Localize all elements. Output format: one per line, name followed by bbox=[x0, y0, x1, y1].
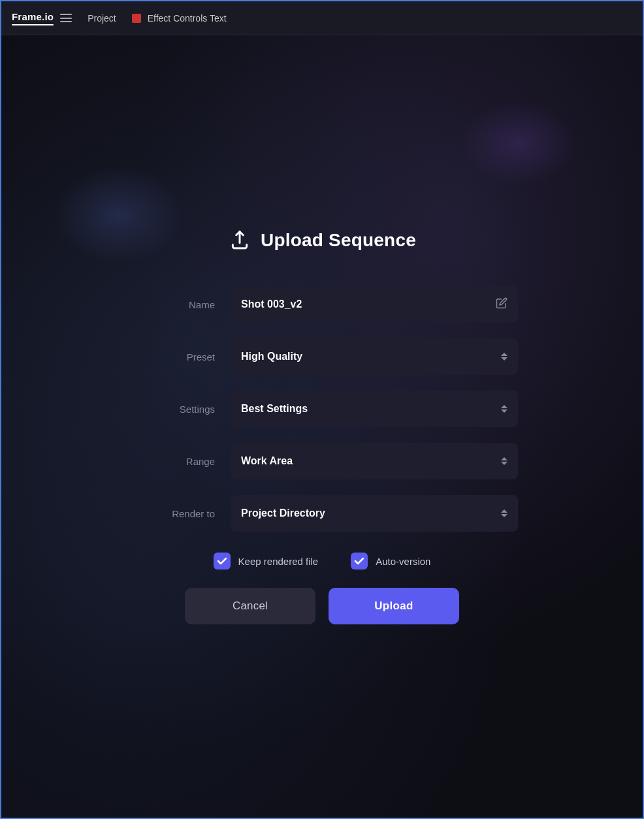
render-to-spinner-icon[interactable] bbox=[501, 509, 507, 517]
auto-version-label: Auto-version bbox=[376, 556, 430, 567]
effect-controls: Effect Controls Text bbox=[132, 13, 227, 24]
render-to-label: Render to bbox=[126, 508, 231, 519]
render-to-value: Project Directory bbox=[241, 507, 501, 519]
range-label: Range bbox=[126, 456, 231, 467]
range-spinner-icon[interactable] bbox=[501, 457, 507, 465]
render-to-field[interactable]: Project Directory bbox=[231, 495, 518, 532]
form-container: Name Shot 003_v2 Preset High Quality bbox=[126, 278, 518, 539]
preset-spinner-icon[interactable] bbox=[501, 353, 507, 361]
preset-value: High Quality bbox=[241, 351, 501, 362]
cancel-button[interactable]: Cancel bbox=[185, 588, 315, 624]
auto-version-checkbox-box[interactable] bbox=[351, 553, 368, 570]
keep-rendered-checkbox[interactable]: Keep rendered file bbox=[214, 553, 319, 570]
edit-icon[interactable] bbox=[496, 297, 507, 312]
settings-spinner-icon[interactable] bbox=[501, 405, 507, 413]
auto-version-checkbox[interactable]: Auto-version bbox=[351, 553, 430, 570]
effect-dot-icon bbox=[132, 14, 141, 23]
settings-row: Settings Best Settings bbox=[126, 383, 518, 435]
glow-right bbox=[460, 101, 577, 185]
titlebar: Frame.io Project Effect Controls Text bbox=[1, 1, 643, 35]
range-row: Range Work Area bbox=[126, 435, 518, 487]
logo-text: Frame.io bbox=[12, 11, 54, 22]
name-value: Shot 003_v2 bbox=[241, 298, 496, 310]
settings-field[interactable]: Best Settings bbox=[231, 391, 518, 427]
range-value: Work Area bbox=[241, 455, 501, 467]
name-row: Name Shot 003_v2 bbox=[126, 278, 518, 330]
project-tab[interactable]: Project bbox=[85, 13, 119, 24]
preset-field[interactable]: High Quality bbox=[231, 338, 518, 375]
keep-rendered-label: Keep rendered file bbox=[238, 556, 319, 567]
name-label: Name bbox=[126, 299, 231, 310]
preset-label: Preset bbox=[126, 351, 231, 362]
upload-dialog: Upload Sequence Name Shot 003_v2 bbox=[126, 229, 518, 624]
settings-label: Settings bbox=[126, 404, 231, 415]
name-field[interactable]: Shot 003_v2 bbox=[231, 286, 518, 323]
logo: Frame.io bbox=[12, 11, 54, 25]
buttons-row: Cancel Upload bbox=[126, 588, 518, 624]
effect-label: Effect Controls Text bbox=[148, 13, 227, 24]
hamburger-icon[interactable] bbox=[60, 14, 72, 22]
checkboxes-row: Keep rendered file Auto-version bbox=[214, 553, 431, 570]
preset-row: Preset High Quality bbox=[126, 330, 518, 383]
main-content: Upload Sequence Name Shot 003_v2 bbox=[1, 35, 643, 818]
render-to-row: Render to Project Directory bbox=[126, 487, 518, 539]
dialog-title: Upload Sequence bbox=[261, 230, 416, 251]
upload-icon bbox=[228, 229, 251, 252]
dialog-title-row: Upload Sequence bbox=[228, 229, 416, 252]
upload-button[interactable]: Upload bbox=[329, 588, 459, 624]
settings-value: Best Settings bbox=[241, 403, 501, 415]
range-field[interactable]: Work Area bbox=[231, 443, 518, 479]
keep-rendered-checkbox-box[interactable] bbox=[214, 553, 231, 570]
brand-group: Frame.io bbox=[12, 11, 72, 25]
